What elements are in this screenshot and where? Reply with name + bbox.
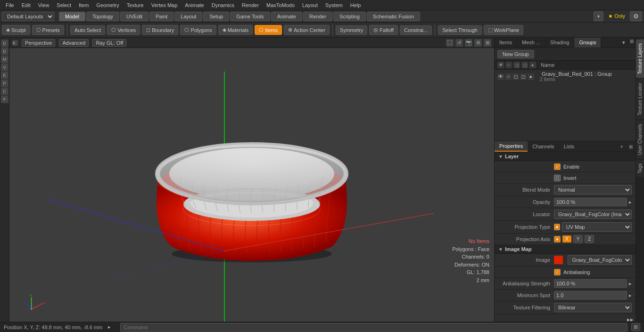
sidebar-icon-4[interactable]: V (1, 64, 8, 71)
props-tab-lists[interactable]: Lists (559, 142, 579, 151)
image-map-section-header[interactable]: ▼ Image Map (495, 245, 636, 254)
3d-viewport-area[interactable]: No Items Polygons : Face Channels: 0 Def… (9, 48, 494, 322)
antialiasing-strength-input[interactable] (554, 279, 627, 288)
layout-tab-scripting[interactable]: Scripting (333, 12, 366, 21)
layout-tab-gametools[interactable]: Game Tools (230, 12, 270, 21)
menu-texture[interactable]: Texture (123, 1, 148, 9)
sidebar-icon-2[interactable]: D (1, 48, 8, 55)
locator-select[interactable]: Gravy_Boat_FogColor (Imag .... (554, 210, 632, 219)
symmetry-button[interactable]: Symmetry (336, 25, 368, 35)
menu-item[interactable]: Item (75, 1, 92, 9)
viewport-fit-icon[interactable]: ⛶ (446, 39, 454, 47)
minimum-spot-input[interactable] (554, 291, 627, 300)
viewport-camera-icon[interactable]: 📷 (465, 39, 472, 47)
viewport-advanced-btn[interactable]: Advanced (59, 39, 89, 47)
menu-file[interactable]: File (2, 1, 18, 9)
group-render-icon[interactable]: ○ (505, 73, 512, 80)
render-icon[interactable]: ○ (505, 62, 512, 68)
new-group-button[interactable]: New Group (497, 50, 534, 58)
rs-tab-texture-locator[interactable]: Texture Locator (636, 79, 644, 119)
sidebar-icon-7[interactable]: C (1, 88, 8, 95)
rs-tab-texture-layers[interactable]: Texture Layers (636, 40, 644, 78)
menu-render[interactable]: Render (238, 1, 263, 9)
blend-mode-select[interactable]: Normal (554, 185, 632, 194)
props-tab-channels[interactable]: Channels (528, 142, 559, 151)
sidebar-icon-8[interactable]: F (1, 96, 8, 103)
arrow-icon[interactable]: ▸ (529, 62, 536, 68)
layout-tab-layout[interactable]: Layout (174, 12, 202, 21)
menu-edit[interactable]: Edit (18, 1, 34, 9)
add-layout-button[interactable]: + (594, 11, 604, 21)
menu-select[interactable]: Select (53, 1, 75, 9)
projection-type-select[interactable]: UV Map (562, 222, 632, 232)
menu-maxtomodo[interactable]: MaxToModo (263, 1, 298, 9)
lock-icon[interactable]: ◻ (513, 62, 520, 68)
menu-animate[interactable]: Animate (181, 1, 207, 9)
viewport-menu-icon[interactable]: ≡ (12, 40, 18, 46)
sculpt-button[interactable]: ◈ Sculpt (2, 25, 30, 35)
sidebar-icon-6[interactable]: P (1, 80, 8, 87)
props-plus-btn[interactable]: + (618, 143, 626, 150)
group-eye-icon[interactable]: 👁 (497, 73, 504, 80)
layout-settings-button[interactable]: ⚙ (630, 11, 642, 21)
enable-checkbox[interactable]: ✓ (554, 163, 561, 170)
sidebar-icon-1[interactable]: D (1, 40, 8, 47)
viewport-rotate-icon[interactable]: ↺ (455, 39, 463, 47)
viewport-perspective-btn[interactable]: Perspective (22, 39, 55, 47)
group-arrow-icon[interactable]: ▸ (528, 73, 534, 80)
viewport[interactable]: ≡ Perspective Advanced Ray GL: Off ⛶ ↺ 📷… (9, 38, 494, 322)
layout-tab-topology[interactable]: Topology (86, 12, 119, 21)
x-axis-button[interactable]: X (562, 235, 571, 243)
proj-axis-icon[interactable]: ● (554, 236, 561, 243)
layer-section-header[interactable]: ▼ Layer (495, 152, 636, 161)
boundary-button[interactable]: ◻ Boundary (142, 25, 178, 35)
z-axis-button[interactable]: Z (585, 235, 594, 243)
auto-select-button[interactable]: Auto Select (70, 25, 105, 35)
items-button[interactable]: ⬡ Items (255, 25, 282, 35)
menu-help[interactable]: Help (347, 1, 365, 9)
viewport-settings-icon[interactable]: ⚙ (474, 39, 482, 47)
antialiasing-checkbox[interactable]: ✓ (554, 269, 561, 275)
panel-expand-btn[interactable]: ⊞ (628, 38, 636, 48)
rs-tab-user-channels[interactable]: User Channels (636, 120, 644, 159)
group-lock-icon[interactable]: ◻ (512, 73, 519, 80)
sidebar-icon-5[interactable]: E (1, 72, 8, 79)
opacity-input[interactable] (554, 198, 627, 206)
layout-tab-uvedit[interactable]: UVEdit (120, 12, 149, 21)
layout-tab-animate[interactable]: Animate (271, 12, 302, 21)
texture-filtering-select[interactable]: Bilinear (554, 303, 632, 312)
menu-system[interactable]: System (322, 1, 347, 9)
layout-tab-schematic[interactable]: Schematic Fusion (367, 12, 420, 21)
layout-tab-model[interactable]: Model (59, 12, 85, 21)
rs-tab-tags[interactable]: Tags (636, 160, 644, 177)
expand-bottom-arrow[interactable]: ▸▸ (627, 316, 634, 322)
viewport-maximize-icon[interactable]: ⊞ (484, 39, 491, 47)
image-select[interactable]: Gravy_Boat_FogColor (568, 255, 632, 265)
layout-dropdown[interactable]: Default Layouts (2, 12, 54, 21)
vertices-button[interactable]: ⬡ Vertices (107, 25, 140, 35)
constraints-button[interactable]: Constrai... (400, 25, 432, 35)
command-expand-btn[interactable]: ⊞ (631, 323, 640, 331)
cmd-arrow-left[interactable]: ▸ (106, 324, 113, 330)
opacity-arrow[interactable]: ▸ (629, 199, 632, 205)
select-through-button[interactable]: Select Through (438, 25, 481, 35)
min-spot-arrow[interactable]: ▸ (629, 292, 632, 299)
layout-tab-render[interactable]: Render (303, 12, 332, 21)
command-input[interactable] (120, 323, 627, 332)
panel-tab-items[interactable]: Items (495, 38, 517, 48)
props-expand-btn[interactable]: ⊞ (626, 143, 636, 150)
menu-geometry[interactable]: Geometry (92, 1, 123, 9)
menu-view[interactable]: View (34, 1, 53, 9)
sidebar-icon-3[interactable]: M (1, 56, 8, 63)
layout-tab-paint[interactable]: Paint (149, 12, 173, 21)
group-select-icon[interactable]: ◻ (520, 73, 527, 80)
polygons-button[interactable]: ⬡ Polygons (180, 25, 216, 35)
panel-tab-mesh[interactable]: Mesh ... (517, 38, 545, 48)
panel-tab-shading[interactable]: Shading (545, 38, 574, 48)
presets-button[interactable]: ⬡ Presets (32, 25, 64, 35)
y-axis-button[interactable]: Y (573, 235, 583, 243)
action-center-button[interactable]: ⊕ Action Center (284, 25, 330, 35)
workplane-button[interactable]: ⬚ WorkPlane (484, 25, 524, 35)
falloff-button[interactable]: ◎ Falloff (369, 25, 398, 35)
menu-vertex-map[interactable]: Vertex Map (148, 1, 182, 9)
